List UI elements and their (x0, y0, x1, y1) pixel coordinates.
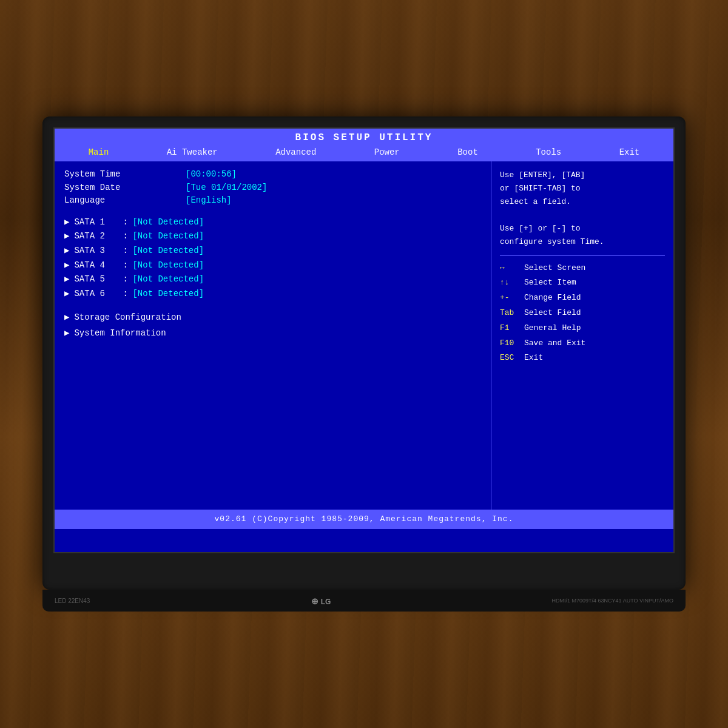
shortcut-change-field: +- Change Field (500, 292, 665, 305)
sata-2-row[interactable]: ▶ SATA 2 : [Not Detected] (64, 231, 481, 243)
nav-advanced[interactable]: Advanced (269, 147, 322, 159)
key-esc: ESC (500, 352, 524, 365)
left-panel: System Time [00:00:56] System Date [Tue … (55, 161, 491, 510)
storage-config-item[interactable]: ▶ Storage Configuration (64, 312, 481, 324)
monitor-model-right: HDMI/1 M7009T/4 63NCY41 AUTO VINPUT/AMO (552, 598, 673, 604)
action-exit: Exit (524, 352, 543, 365)
action-save-exit: Save and Exit (524, 337, 585, 350)
main-content: System Time [00:00:56] System Date [Tue … (55, 161, 673, 510)
sata-section: ▶ SATA 1 : [Not Detected] ▶ SATA 2 : [No… (64, 217, 481, 300)
shortcut-select-screen: ↔ Select Screen (500, 262, 665, 275)
system-date-label: System Date (64, 182, 186, 194)
shortcut-select-field: Tab Select Field (500, 307, 665, 320)
monitor-model-left: LED 22EN43 (55, 598, 90, 604)
right-panel: Use [ENTER], [TAB] or [SHIFT-TAB] to sel… (491, 161, 673, 510)
key-plus-minus: +- (500, 292, 524, 305)
key-f1: F1 (500, 322, 524, 335)
key-f10: F10 (500, 337, 524, 350)
help-line2: or [SHIFT-TAB] to (500, 184, 581, 193)
bios-nav: Main Ai Tweaker Advanced Power Boot Tool… (55, 146, 673, 161)
monitor: BIOS SETUP UTILITY Main Ai Tweaker Advan… (42, 116, 686, 590)
system-time-value[interactable]: [00:00:56] (186, 169, 237, 181)
sata-5-label: SATA 5 (74, 274, 123, 286)
action-change-field: Change Field (524, 292, 581, 305)
help-line5: Use [+] or [-] to (500, 224, 581, 233)
system-date-row: System Date [Tue 01/01/2002] (64, 182, 481, 194)
key-arrows-ud: ↑↓ (500, 277, 524, 289)
system-info-item[interactable]: ▶ System Information (64, 328, 481, 340)
sata-3-value: [Not Detected] (132, 245, 204, 257)
monitor-brand: ⊕LG (311, 595, 331, 607)
sata-5-row[interactable]: ▶ SATA 5 : [Not Detected] (64, 274, 481, 286)
nav-main[interactable]: Main (83, 147, 115, 159)
sata-1-arrow: ▶ (64, 217, 69, 229)
action-select-item: Select Item (524, 277, 576, 289)
storage-config-arrow: ▶ (64, 312, 69, 324)
shortcut-esc: ESC Exit (500, 352, 665, 365)
bios-screen: BIOS SETUP UTILITY Main Ai Tweaker Advan… (53, 127, 675, 553)
shortcut-f1: F1 General Help (500, 322, 665, 335)
system-date-value[interactable]: [Tue 01/01/2002] (186, 182, 267, 194)
bios-footer: v02.61 (C)Copyright 1985-2009, American … (55, 510, 673, 529)
sata-4-row[interactable]: ▶ SATA 4 : [Not Detected] (64, 260, 481, 272)
help-line6: configure system Time. (500, 237, 604, 246)
action-select-field: Select Field (524, 307, 581, 320)
monitor-logo-bar: LED 22EN43 ⊕LG HDMI/1 M7009T/4 63NCY41 A… (42, 590, 686, 612)
nav-ai-tweaker[interactable]: Ai Tweaker (161, 147, 224, 159)
submenu-section: ▶ Storage Configuration ▶ System Informa… (64, 312, 481, 339)
nav-power[interactable]: Power (368, 147, 406, 159)
language-label: Language (64, 195, 186, 207)
help-line3: select a field. (500, 197, 571, 206)
storage-config-label: Storage Configuration (74, 312, 181, 324)
sata-2-label: SATA 2 (74, 231, 123, 243)
language-value[interactable]: [English] (186, 195, 232, 207)
nav-boot[interactable]: Boot (451, 147, 484, 159)
nav-tools[interactable]: Tools (530, 147, 567, 159)
sata-6-arrow: ▶ (64, 288, 69, 300)
sata-2-value: [Not Detected] (132, 231, 204, 243)
bios-title: BIOS SETUP UTILITY (55, 129, 673, 146)
sata-4-arrow: ▶ (64, 260, 69, 272)
language-row: Language [English] (64, 195, 481, 207)
action-general-help: General Help (524, 322, 581, 335)
sata-3-row[interactable]: ▶ SATA 3 : [Not Detected] (64, 245, 481, 257)
sata-4-label: SATA 4 (74, 260, 123, 272)
shortcuts-section: ↔ Select Screen ↑↓ Select Item +- Change… (500, 262, 665, 365)
key-arrows-lr: ↔ (500, 262, 524, 275)
help-divider (500, 255, 665, 256)
bios-header: BIOS SETUP UTILITY Main Ai Tweaker Advan… (55, 129, 673, 161)
sata-4-value: [Not Detected] (132, 260, 204, 272)
sata-6-label: SATA 6 (74, 288, 123, 300)
monitor-bottom: LED 22EN43 ⊕LG HDMI/1 M7009T/4 63NCY41 A… (42, 590, 686, 612)
sata-1-row[interactable]: ▶ SATA 1 : [Not Detected] (64, 217, 481, 229)
shortcut-select-item: ↑↓ Select Item (500, 277, 665, 289)
shortcut-f10: F10 Save and Exit (500, 337, 665, 350)
system-info-arrow: ▶ (64, 328, 69, 340)
help-line1: Use [ENTER], [TAB] (500, 170, 585, 180)
sata-3-label: SATA 3 (74, 245, 123, 257)
sata-5-value: [Not Detected] (132, 274, 204, 286)
help-text: Use [ENTER], [TAB] or [SHIFT-TAB] to sel… (500, 169, 665, 249)
action-select-screen: Select Screen (524, 262, 585, 275)
sata-1-label: SATA 1 (74, 217, 123, 229)
sata-3-arrow: ▶ (64, 245, 69, 257)
key-tab: Tab (500, 307, 524, 320)
sata-5-arrow: ▶ (64, 274, 69, 286)
sata-2-arrow: ▶ (64, 231, 69, 243)
system-time-row: System Time [00:00:56] (64, 169, 481, 181)
nav-exit[interactable]: Exit (613, 147, 646, 159)
sata-6-row[interactable]: ▶ SATA 6 : [Not Detected] (64, 288, 481, 300)
sata-1-value: [Not Detected] (132, 217, 204, 229)
system-time-label: System Time (64, 169, 186, 181)
system-info-label: System Information (74, 328, 166, 340)
sata-6-value: [Not Detected] (132, 288, 204, 300)
